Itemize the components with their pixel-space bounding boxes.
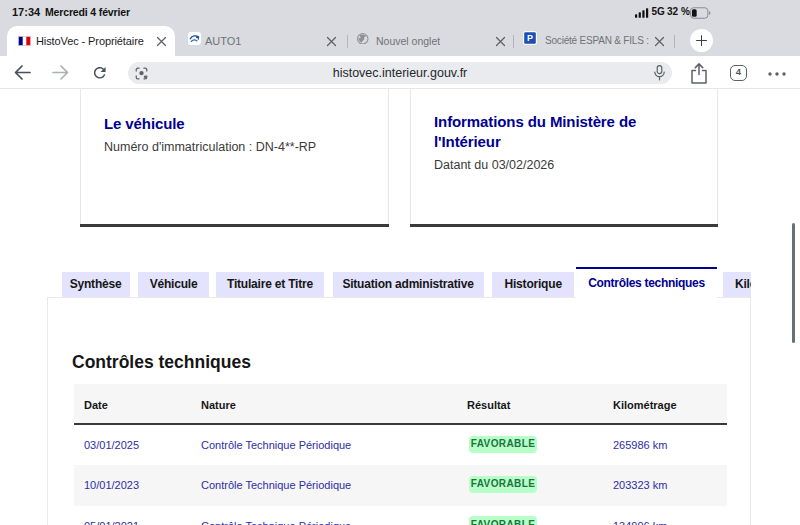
svg-text:P: P (527, 33, 533, 43)
